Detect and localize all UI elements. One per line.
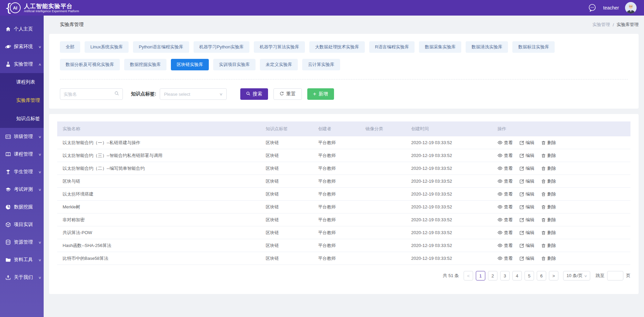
edit-button[interactable]: 编辑 [519, 243, 534, 249]
jump-to-page-input[interactable] [607, 271, 623, 280]
sidebar-item-student-mgmt[interactable]: 学生管理 ∨ [0, 163, 44, 181]
sidebar-item-course-mgmt[interactable]: 课程管理 ∨ [0, 145, 44, 163]
filter-tag-all[interactable]: 全部 [60, 41, 80, 53]
sidebar-item-label: 课程管理 [14, 151, 33, 157]
reset-button[interactable]: 重置 [273, 88, 302, 100]
pagination-page-6[interactable]: 6 [537, 271, 546, 280]
view-button[interactable]: 查看 [497, 217, 513, 223]
table-row: 比特币中的Base58算法 区块链 平台教师 2020-12-19 03:33:… [57, 252, 630, 265]
submenu-item-experiment-library[interactable]: 实验库管理 [0, 91, 44, 110]
view-button[interactable]: 查看 [497, 243, 513, 249]
knowledge-tag-cell: 区块链 [260, 204, 313, 210]
edit-button[interactable]: 编辑 [519, 191, 534, 197]
view-button[interactable]: 查看 [497, 204, 513, 210]
creator-cell: 平台教师 [313, 230, 360, 236]
knowledge-tag-select[interactable]: Please select ∨ [160, 88, 227, 100]
sidebar-item-resource-mgmt[interactable]: 资源管理 ∨ [0, 233, 44, 251]
filter-tag[interactable]: 数据标注实验库 [512, 41, 555, 53]
delete-button[interactable]: 删除 [541, 255, 556, 262]
delete-button[interactable]: 删除 [541, 178, 556, 184]
delete-button[interactable]: 删除 [541, 140, 556, 146]
edit-button[interactable]: 编辑 [519, 140, 534, 146]
sidebar-item-class-mgmt[interactable]: 班级管理 ∨ [0, 128, 44, 145]
filter-tag[interactable]: 机器学习算法实验库 [254, 41, 305, 53]
sidebar-item-material-tools[interactable]: 资料工具 ∨ [0, 251, 44, 269]
table-row: 以太坊智能合约（三）--智能合约私有链部署与调用 区块链 平台教师 2020-1… [57, 149, 630, 162]
filter-tag[interactable]: 数据挖掘实验库 [124, 59, 166, 70]
edit-button[interactable]: 编辑 [519, 255, 534, 262]
view-button[interactable]: 查看 [497, 178, 513, 184]
filter-tag[interactable]: 机器学习Python实验库 [194, 41, 249, 53]
page-size-select[interactable]: 10 条/页 ∨ [563, 271, 590, 280]
view-label: 查看 [504, 217, 513, 223]
sidebar-item-about-us[interactable]: 关于我们 ∨ [0, 269, 44, 286]
filter-tag[interactable]: R语言编程实验库 [369, 41, 415, 53]
delete-button[interactable]: 删除 [541, 243, 556, 249]
sidebar-item-explore-env[interactable]: 探索环境 ∨ [0, 38, 44, 55]
filter-tag-active[interactable]: 区块链实验库 [171, 59, 209, 70]
edit-button[interactable]: 编辑 [519, 217, 534, 223]
sidebar-item-data-mining[interactable]: 数据挖掘 [0, 198, 44, 216]
column-header: 操作 [492, 126, 630, 132]
user-avatar[interactable] [625, 2, 637, 14]
sidebar-item-project-training[interactable]: 项目实训 [0, 216, 44, 233]
edit-button[interactable]: 编辑 [519, 230, 534, 236]
edit-button[interactable]: 编辑 [519, 204, 534, 210]
view-button[interactable]: 查看 [497, 255, 513, 262]
sidebar-item-personal-home[interactable]: 个人主页 [0, 20, 44, 38]
view-button[interactable]: 查看 [497, 230, 513, 236]
delete-label: 删除 [547, 178, 556, 184]
add-button[interactable]: + 新增 [307, 88, 334, 100]
delete-button[interactable]: 删除 [541, 217, 556, 223]
sidebar-item-label: 探索环境 [14, 44, 33, 50]
filter-tag[interactable]: 未定义实验库 [260, 59, 298, 70]
delete-button[interactable]: 删除 [541, 204, 556, 210]
experiment-name-input[interactable] [64, 92, 114, 97]
pagination-page-1[interactable]: 1 [476, 271, 485, 280]
search-button[interactable]: 搜索 [240, 88, 268, 100]
breadcrumb-parent[interactable]: 实验管理 [592, 22, 610, 28]
jump-to-label: 跳至 [596, 273, 604, 279]
filter-tag[interactable]: 数据采集实验库 [419, 41, 461, 53]
view-button[interactable]: 查看 [497, 153, 513, 159]
pagination-page-2[interactable]: 2 [488, 271, 497, 280]
pagination-next-button[interactable]: > [549, 271, 558, 280]
edit-button[interactable]: 编辑 [519, 178, 534, 184]
filter-tag[interactable]: Linux系统实验库 [85, 41, 129, 53]
delete-button[interactable]: 删除 [541, 153, 556, 159]
knowledge-tag-cell: 区块链 [260, 217, 313, 223]
pagination-page-5[interactable]: 5 [525, 271, 534, 280]
book-icon [5, 151, 11, 157]
filter-tag[interactable]: 大数据处理技术实验库 [309, 41, 365, 53]
delete-button[interactable]: 删除 [541, 191, 556, 197]
submenu-item-knowledge-tags[interactable]: 知识点标签 [0, 110, 44, 128]
table-row: Hash函数--SHA-256算法 区块链 平台教师 2020-12-19 03… [57, 239, 630, 252]
delete-button[interactable]: 删除 [541, 230, 556, 236]
submenu-item-course-list[interactable]: 课程列表 [0, 73, 44, 91]
message-bubble-icon[interactable] [587, 3, 597, 13]
chevron-down-icon: ∨ [38, 241, 42, 244]
sidebar-item-exam-eval[interactable]: 考试评测 ∨ [0, 181, 44, 198]
experiment-name-cell: 以太坊智能合约（一）--私链搭建与操作 [57, 140, 260, 146]
creator-cell: 平台教师 [313, 165, 360, 172]
sidebar-item-experiment-mgmt[interactable]: 实验管理 ∧ [0, 55, 44, 73]
filter-tag[interactable]: 数据分析及可视化实验库 [60, 59, 120, 70]
view-button[interactable]: 查看 [497, 140, 513, 146]
refresh-icon [280, 91, 284, 97]
pagination-page-4[interactable]: 4 [512, 271, 522, 280]
delete-button[interactable]: 删除 [541, 165, 556, 172]
view-button[interactable]: 查看 [497, 191, 513, 197]
edit-button[interactable]: 编辑 [519, 153, 534, 159]
filter-tag[interactable]: 云计算实验库 [302, 59, 340, 70]
filter-tag[interactable]: 数据清洗实验库 [466, 41, 508, 53]
pagination-prev-button[interactable]: < [464, 271, 473, 280]
table-row: 共识算法-POW 区块链 平台教师 2020-12-19 03:33:52 查看… [57, 226, 630, 239]
view-label: 查看 [504, 165, 513, 172]
filter-tag[interactable]: Python语言编程实验库 [133, 41, 189, 53]
pagination-page-3[interactable]: 3 [500, 271, 510, 280]
filter-tag[interactable]: 实训项目实验库 [213, 59, 256, 70]
view-button[interactable]: 查看 [497, 165, 513, 172]
edit-button[interactable]: 编辑 [519, 165, 534, 172]
breadcrumb: 实验管理 / 实验库管理 [592, 22, 639, 28]
delete-label: 删除 [547, 243, 556, 249]
